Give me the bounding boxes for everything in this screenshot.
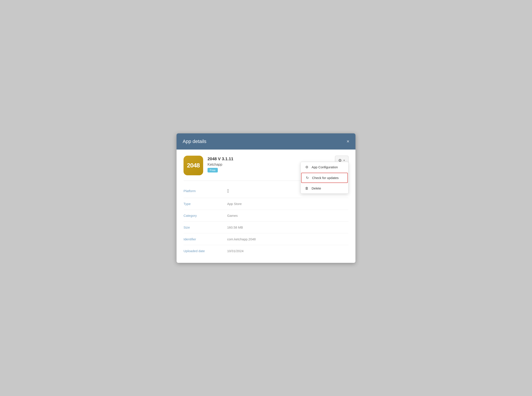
dropdown-label-delete: Delete bbox=[312, 186, 321, 190]
dropdown-item-delete[interactable]: 🗑 Delete bbox=[301, 183, 348, 193]
dropdown-menu: ⚙ App Configuration ↻ Check for updates … bbox=[301, 162, 348, 194]
detail-label-type: Type bbox=[184, 202, 227, 206]
detail-value-platform:  bbox=[227, 188, 229, 194]
dropdown-item-check-for-updates[interactable]: ↻ Check for updates bbox=[301, 173, 348, 183]
detail-row-size: Size 160.58 MB bbox=[184, 221, 348, 233]
detail-label-identifier: Identifier bbox=[184, 237, 227, 241]
modal-container: App details × 2048 2048 V 3.1.11 Ketchap… bbox=[177, 133, 355, 263]
dropdown-item-app-configuration[interactable]: ⚙ App Configuration bbox=[301, 162, 348, 172]
app-text: 2048 V 3.1.11 Ketchapp Free bbox=[208, 156, 233, 172]
detail-label-platform: Platform bbox=[184, 189, 227, 193]
app-info-left: 2048 2048 V 3.1.11 Ketchapp Free bbox=[184, 156, 233, 175]
detail-row-category: Category Games bbox=[184, 210, 348, 221]
modal-header: App details × bbox=[177, 133, 355, 150]
detail-label-category: Category bbox=[184, 214, 227, 217]
modal-title: App details bbox=[183, 139, 206, 144]
detail-label-size: Size bbox=[184, 226, 227, 229]
detail-row-type: Type App Store bbox=[184, 198, 348, 210]
detail-row-uploaded-date: Uploaded date 10/31/2024 bbox=[184, 245, 348, 257]
refresh-icon: ↻ bbox=[305, 176, 309, 180]
app-badge: Free bbox=[208, 168, 218, 172]
close-button[interactable]: × bbox=[347, 139, 349, 144]
app-icon: 2048 bbox=[184, 156, 203, 175]
app-developer: Ketchapp bbox=[208, 163, 233, 167]
detail-row-identifier: Identifier com.ketchapp.2048 bbox=[184, 233, 348, 245]
modal-body: 2048 2048 V 3.1.11 Ketchapp Free ⚙ ▼ ⚙ bbox=[177, 150, 355, 263]
trash-icon: 🗑 bbox=[305, 186, 309, 190]
backdrop: App details × 2048 2048 V 3.1.11 Ketchap… bbox=[0, 0, 532, 396]
detail-value-uploaded-date: 10/31/2024 bbox=[227, 249, 243, 253]
detail-value-type: App Store bbox=[227, 202, 242, 206]
detail-label-uploaded-date: Uploaded date bbox=[184, 249, 227, 253]
gear-icon: ⚙ bbox=[305, 165, 309, 169]
detail-value-category: Games bbox=[227, 214, 238, 217]
detail-rows: Platform  Type App Store Category Games… bbox=[184, 184, 348, 257]
detail-value-identifier: com.ketchapp.2048 bbox=[227, 237, 256, 241]
detail-value-size: 160.58 MB bbox=[227, 226, 243, 229]
dropdown-label-check-for-updates: Check for updates bbox=[312, 176, 339, 180]
dropdown-label-app-configuration: App Configuration bbox=[312, 165, 338, 169]
app-version: 2048 V 3.1.11 bbox=[208, 157, 233, 161]
chevron-down-icon: ▼ bbox=[343, 159, 345, 162]
